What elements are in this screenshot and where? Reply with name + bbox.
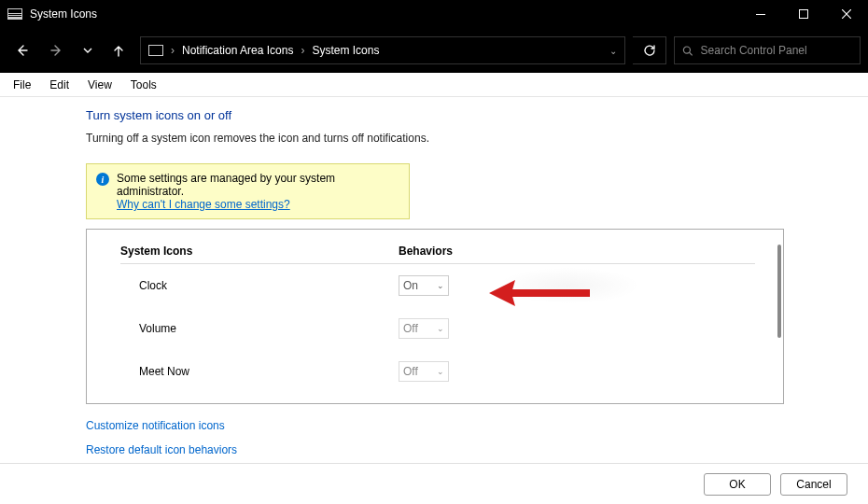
behavior-select-volume[interactable]: Off ⌄	[399, 318, 449, 339]
back-button[interactable]	[7, 36, 35, 64]
system-icons-panel: System Icons Behaviors Clock On ⌄ Volume…	[86, 229, 784, 404]
minimize-button[interactable]	[739, 0, 782, 28]
table-row: Clock On ⌄	[120, 264, 755, 307]
window-title: System Icons	[30, 7, 97, 21]
search-icon	[682, 45, 693, 57]
svg-point-2	[683, 47, 690, 53]
nav-bar: › Notification Area Icons › System Icons…	[0, 28, 868, 73]
select-value: On	[403, 279, 418, 292]
select-value: Off	[403, 322, 418, 335]
ok-button[interactable]: OK	[704, 473, 771, 496]
location-icon	[148, 45, 163, 56]
select-value: Off	[403, 365, 418, 378]
refresh-button[interactable]	[633, 36, 666, 64]
svg-rect-1	[800, 10, 808, 19]
cancel-button[interactable]: Cancel	[780, 473, 847, 496]
table-row: Volume Off ⌄	[120, 307, 755, 350]
banner-help-link[interactable]: Why can't I change some settings?	[117, 198, 290, 211]
maximize-button[interactable]	[782, 0, 825, 28]
dialog-footer: OK Cancel	[0, 463, 868, 504]
menu-bar: File Edit View Tools	[0, 73, 868, 97]
menu-view[interactable]: View	[78, 75, 121, 95]
customize-link[interactable]: Customize notification icons	[86, 419, 868, 432]
svg-rect-0	[756, 14, 765, 15]
admin-warning-banner: i Some settings are managed by your syst…	[86, 163, 410, 219]
menu-tools[interactable]: Tools	[121, 75, 166, 95]
banner-text: Some settings are managed by your system…	[117, 172, 335, 198]
menu-edit[interactable]: Edit	[40, 75, 78, 95]
chevron-down-icon[interactable]: ⌄	[609, 46, 617, 56]
icon-name: Clock	[120, 279, 399, 292]
table-row: Meet Now Off ⌄	[120, 350, 755, 393]
behavior-select-clock[interactable]: On ⌄	[399, 275, 449, 296]
forward-button[interactable]	[43, 36, 71, 64]
search-box[interactable]	[674, 36, 861, 64]
chevron-right-icon: ›	[301, 44, 304, 57]
icon-name: Meet Now	[120, 365, 399, 378]
breadcrumb-item[interactable]: System Icons	[312, 44, 379, 57]
recent-dropdown-button[interactable]	[78, 36, 97, 64]
behavior-select-meet-now[interactable]: Off ⌄	[399, 361, 449, 382]
column-header-icons: System Icons	[120, 245, 399, 258]
chevron-down-icon: ⌄	[437, 281, 444, 290]
breadcrumb-item[interactable]: Notification Area Icons	[182, 44, 293, 57]
title-bar: System Icons	[0, 0, 868, 28]
menu-file[interactable]: File	[4, 75, 40, 95]
search-input[interactable]	[701, 44, 852, 57]
chevron-down-icon: ⌄	[437, 367, 444, 376]
icon-name: Volume	[120, 322, 399, 335]
app-icon	[7, 8, 22, 20]
chevron-down-icon: ⌄	[437, 324, 444, 333]
panel-scrollbar[interactable]	[777, 245, 781, 338]
info-icon: i	[96, 173, 109, 186]
page-heading: Turn system icons on or off	[86, 108, 868, 122]
content-area: Turn system icons on or off Turning off …	[0, 97, 868, 456]
page-subtext: Turning off a system icon removes the ic…	[86, 132, 868, 145]
restore-defaults-link[interactable]: Restore default icon behaviors	[86, 443, 868, 456]
address-bar[interactable]: › Notification Area Icons › System Icons…	[140, 36, 625, 64]
up-button[interactable]	[105, 36, 133, 64]
chevron-right-icon: ›	[171, 44, 175, 57]
column-header-behaviors: Behaviors	[399, 245, 453, 258]
close-button[interactable]	[825, 0, 868, 28]
